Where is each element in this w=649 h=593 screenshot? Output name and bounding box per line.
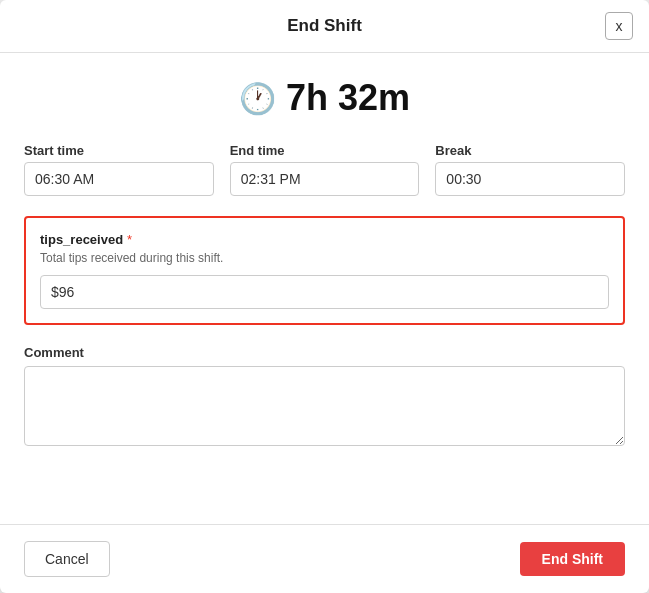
end-time-group: End time: [230, 143, 420, 196]
comment-label: Comment: [24, 345, 625, 360]
end-time-input[interactable]: [230, 162, 420, 196]
modal-title: End Shift: [287, 16, 362, 36]
break-time-group: Break: [435, 143, 625, 196]
required-star: *: [127, 232, 132, 247]
start-time-label: Start time: [24, 143, 214, 158]
modal-header: End Shift x: [0, 0, 649, 53]
clock-icon: 🕐: [239, 81, 276, 116]
end-time-label: End time: [230, 143, 420, 158]
start-time-group: Start time: [24, 143, 214, 196]
modal-body: 🕐 7h 32m Start time End time Break tips_…: [0, 53, 649, 524]
start-time-input[interactable]: [24, 162, 214, 196]
comment-section: Comment: [24, 345, 625, 450]
end-shift-button[interactable]: End Shift: [520, 542, 625, 576]
end-shift-modal: End Shift x 🕐 7h 32m Start time End time…: [0, 0, 649, 593]
tips-description: Total tips received during this shift.: [40, 251, 609, 265]
duration-row: 🕐 7h 32m: [24, 77, 625, 119]
break-label: Break: [435, 143, 625, 158]
comment-textarea[interactable]: [24, 366, 625, 446]
tips-label-row: tips_received *: [40, 232, 609, 247]
tips-label: tips_received: [40, 232, 123, 247]
time-fields: Start time End time Break: [24, 143, 625, 196]
break-input[interactable]: [435, 162, 625, 196]
modal-footer: Cancel End Shift: [0, 524, 649, 593]
cancel-button[interactable]: Cancel: [24, 541, 110, 577]
tips-section: tips_received * Total tips received duri…: [24, 216, 625, 325]
duration-text: 7h 32m: [286, 77, 410, 119]
close-button[interactable]: x: [605, 12, 633, 40]
tips-input[interactable]: [40, 275, 609, 309]
